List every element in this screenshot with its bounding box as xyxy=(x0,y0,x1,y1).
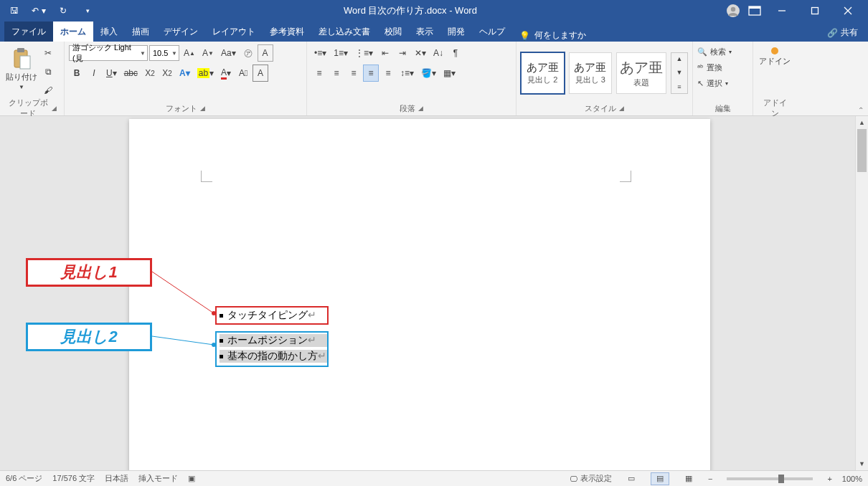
style-title[interactable]: あア亜 表題 xyxy=(616,52,666,94)
asian-layout-button[interactable]: ✕▾ xyxy=(412,44,429,62)
dialog-launcher-icon[interactable]: ◢ xyxy=(200,105,205,112)
tab-help[interactable]: ヘルプ xyxy=(472,22,512,42)
increase-indent-button[interactable]: ⇥ xyxy=(395,44,410,62)
styles-more-icon[interactable]: ≡ xyxy=(671,80,687,92)
zoom-level[interactable]: 100% xyxy=(842,475,862,483)
redo-icon[interactable]: ↻ xyxy=(53,2,73,19)
ribbon-display-icon[interactable] xyxy=(745,2,765,19)
tab-design[interactable]: デザイン xyxy=(156,22,205,42)
doc-line-2[interactable]: ホームポジション↵ xyxy=(220,334,327,347)
scroll-thumb[interactable] xyxy=(857,129,867,172)
font-size-combo[interactable]: 10.5▼ xyxy=(149,45,179,61)
cut-button[interactable]: ✂ xyxy=(40,44,56,62)
maximize-icon[interactable] xyxy=(799,2,831,19)
tab-draw[interactable]: 描画 xyxy=(125,22,156,42)
dialog-launcher-icon[interactable]: ◢ xyxy=(52,105,57,112)
font-name-combo[interactable]: 游ゴシック Light (見▼ xyxy=(69,45,148,61)
borders-button[interactable]: ▦▾ xyxy=(440,65,458,82)
tab-view[interactable]: 表示 xyxy=(409,22,440,42)
scroll-up-icon[interactable]: ▲ xyxy=(671,53,687,65)
undo-icon[interactable]: ↶ ▾ xyxy=(29,2,49,19)
tab-home[interactable]: ホーム xyxy=(53,22,93,42)
qat-customize-icon[interactable]: ▾ xyxy=(77,2,98,19)
tab-references[interactable]: 参考資料 xyxy=(263,22,311,42)
tell-me[interactable]: 💡 何をしますか xyxy=(519,29,586,42)
highlight-button[interactable]: ab▾ xyxy=(194,65,217,82)
find-button[interactable]: 🔍検索▾ xyxy=(697,44,732,59)
bold-button[interactable]: B xyxy=(69,65,85,82)
zoom-slider[interactable] xyxy=(727,477,813,480)
tab-developer[interactable]: 開発 xyxy=(440,22,472,42)
slider-thumb[interactable] xyxy=(778,475,784,483)
tab-layout[interactable]: レイアウト xyxy=(205,22,263,42)
grow-font-button[interactable]: A▲ xyxy=(181,44,198,62)
tab-mailings[interactable]: 差し込み文書 xyxy=(311,22,377,42)
status-word-count[interactable]: 17/576 文字 xyxy=(52,473,95,484)
doc-line-3[interactable]: 基本の指の動かし方↵ xyxy=(220,350,327,363)
align-left-button[interactable]: ≡ xyxy=(311,65,327,82)
select-button[interactable]: ↖選択▾ xyxy=(697,76,728,90)
bullets-button[interactable]: •≡▾ xyxy=(311,44,329,62)
strikethrough-button[interactable]: abc xyxy=(121,65,141,82)
align-right-button[interactable]: ≡ xyxy=(346,65,362,82)
account-icon[interactable] xyxy=(723,2,743,19)
phonetic-guide-button[interactable]: ㋐ xyxy=(240,44,256,62)
sort-button[interactable]: A↓ xyxy=(430,44,446,62)
dialog-launcher-icon[interactable]: ◢ xyxy=(418,105,423,112)
style-heading2[interactable]: あア亜 見出し 2 xyxy=(521,52,565,94)
tab-review[interactable]: 校閲 xyxy=(377,22,409,42)
paste-icon xyxy=(11,47,32,70)
addin-button[interactable]: アドイン xyxy=(758,44,792,70)
close-icon[interactable] xyxy=(832,2,864,19)
status-insert-mode[interactable]: 挿入モード xyxy=(138,473,178,484)
copy-button[interactable]: ⧉ xyxy=(40,63,56,80)
change-case-button[interactable]: Aa▾ xyxy=(218,44,239,62)
align-center-button[interactable]: ≡ xyxy=(329,65,344,82)
clear-formatting-button[interactable]: A xyxy=(258,44,273,62)
line-spacing-button[interactable]: ↕≡▾ xyxy=(397,65,417,82)
subscript-button[interactable]: X2 xyxy=(142,65,158,82)
tab-file[interactable]: ファイル xyxy=(4,22,53,42)
share-button[interactable]: 🔗 共有 xyxy=(821,24,864,42)
italic-button[interactable]: I xyxy=(86,65,102,82)
vertical-scrollbar[interactable]: ▲ ▼ xyxy=(855,116,868,470)
scroll-up-icon[interactable]: ▲ xyxy=(856,116,868,129)
show-marks-button[interactable]: ¶ xyxy=(448,44,463,62)
status-language[interactable]: 日本語 xyxy=(105,473,128,484)
scroll-down-icon[interactable]: ▼ xyxy=(671,67,687,79)
justify-button[interactable]: ≡ xyxy=(363,65,379,82)
view-web-layout[interactable]: ▦ xyxy=(679,472,698,485)
zoom-in-icon[interactable]: + xyxy=(827,475,831,483)
paste-button[interactable]: 貼り付け ▼ xyxy=(4,44,39,93)
display-settings[interactable]: 🖵表示設定 xyxy=(570,473,612,484)
save-icon[interactable]: 🖫 xyxy=(4,2,24,19)
multilevel-list-button[interactable]: ⋮≡▾ xyxy=(352,44,376,62)
view-read-mode[interactable]: ▭ xyxy=(622,472,641,485)
scroll-down-icon[interactable]: ▼ xyxy=(856,457,868,470)
distributed-button[interactable]: ≡ xyxy=(380,65,396,82)
dialog-launcher-icon[interactable]: ◢ xyxy=(619,105,624,112)
minimize-icon[interactable] xyxy=(766,2,798,19)
numbering-button[interactable]: 1≡▾ xyxy=(331,44,351,62)
view-print-layout[interactable]: ▤ xyxy=(651,472,669,485)
font-color-button[interactable]: A▾ xyxy=(218,65,234,82)
decrease-indent-button[interactable]: ⇤ xyxy=(377,44,393,62)
style-heading3[interactable]: あア亜 見出し 3 xyxy=(569,52,613,94)
macro-record-icon[interactable]: ▣ xyxy=(188,474,195,483)
zoom-out-icon[interactable]: − xyxy=(708,475,712,483)
underline-button[interactable]: U▾ xyxy=(103,65,120,82)
enclose-characters-button[interactable]: A⃝ xyxy=(235,65,251,82)
tab-insert[interactable]: 挿入 xyxy=(93,22,125,42)
text-effects-button[interactable]: A▾ xyxy=(176,65,193,82)
superscript-button[interactable]: X2 xyxy=(159,65,175,82)
doc-line-1[interactable]: タッチタイピング↵ xyxy=(220,309,316,322)
collapse-ribbon-icon[interactable]: ⌃ xyxy=(858,106,864,114)
replace-button[interactable]: ᵃᵇ置換 xyxy=(697,60,722,75)
group-addin: アドイン アドイン xyxy=(753,42,796,115)
format-painter-button[interactable]: 🖌 xyxy=(40,82,56,99)
status-page[interactable]: 6/6 ページ xyxy=(6,473,42,484)
shading-button[interactable]: 🪣▾ xyxy=(418,65,439,82)
character-shading-button[interactable]: A xyxy=(253,65,268,82)
styles-gallery-scroll[interactable]: ▲ ▼ ≡ xyxy=(671,52,688,94)
shrink-font-button[interactable]: A▼ xyxy=(199,44,217,62)
